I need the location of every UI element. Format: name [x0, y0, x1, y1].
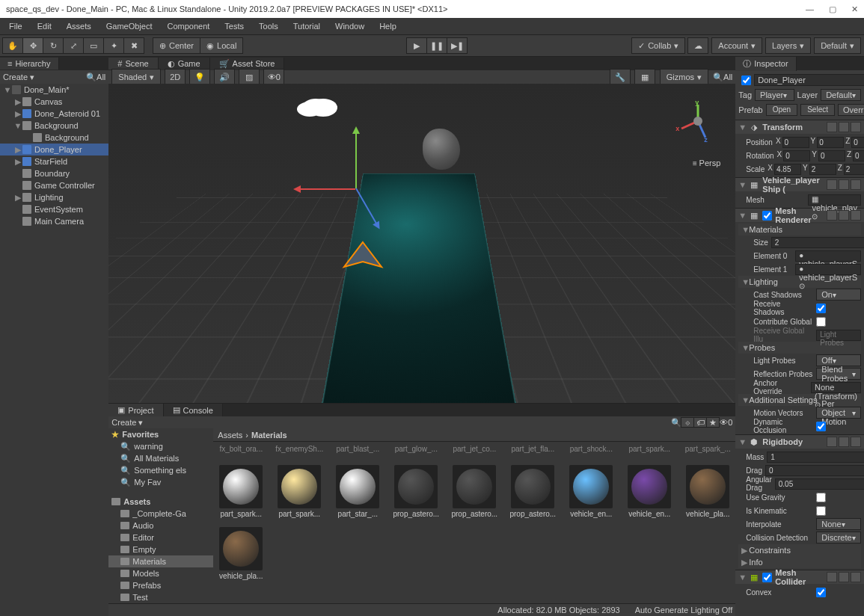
- project-search[interactable]: 🔍: [671, 418, 681, 428]
- rect-tool-button[interactable]: ▭: [83, 37, 104, 54]
- motion-vectors-dropdown[interactable]: Per Object Motion ▾: [816, 407, 861, 419]
- hierarchy-item-lighting[interactable]: ▶Lighting: [0, 191, 108, 203]
- 2d-toggle[interactable]: 2D: [165, 69, 186, 85]
- favorites-header[interactable]: ★Favorites: [108, 428, 213, 440]
- snap-button[interactable]: ▦: [634, 69, 655, 85]
- material-part_spark[interactable]: part_spark...: [216, 465, 266, 518]
- scene-search[interactable]: 🔍All: [713, 73, 732, 82]
- info-subheader[interactable]: ▶Info: [738, 556, 861, 568]
- interpolate-dropdown[interactable]: None ▾: [816, 518, 861, 530]
- menu-help[interactable]: Help: [373, 20, 402, 32]
- transform-docs-icon[interactable]: [827, 122, 837, 132]
- hierarchy-item-boundary[interactable]: Boundary: [0, 167, 108, 179]
- account-dropdown[interactable]: Account▾: [711, 37, 762, 54]
- prefab-open-button[interactable]: Open: [766, 104, 797, 116]
- material-item[interactable]: fx_bolt_ora...: [216, 445, 266, 453]
- cast-shadows-dropdown[interactable]: On ▾: [816, 289, 861, 301]
- meshfilter-header[interactable]: ▼▦ Vehicle_player Ship (: [735, 178, 864, 191]
- anchor-override-field[interactable]: None (Transform) ⊙: [811, 382, 861, 393]
- hierarchy-item-eventsystem[interactable]: EventSystem: [0, 203, 108, 215]
- receive-shadows-checkbox[interactable]: [816, 304, 826, 313]
- folder-prefabs[interactable]: Prefabs: [108, 579, 213, 591]
- hierarchy-tree[interactable]: ▼Done_Main* ▶Canvas▶Done_Asteroid 01▼Bac…: [0, 84, 108, 616]
- folder-audio[interactable]: Audio: [108, 520, 213, 532]
- favorite-all-materials[interactable]: 🔍All Materials: [108, 452, 213, 464]
- folder-models[interactable]: Models: [108, 567, 213, 579]
- maximize-button[interactable]: ▢: [829, 4, 836, 14]
- pos-y-field[interactable]: [817, 137, 844, 148]
- menu-tools[interactable]: Tools: [253, 20, 284, 32]
- reflection-probes-dropdown[interactable]: Blend Probes ▾: [816, 368, 861, 380]
- tab-game[interactable]: ◐ Game: [159, 58, 210, 70]
- shading-mode-dropdown[interactable]: Shaded ▾: [111, 69, 161, 85]
- menu-tests[interactable]: Tests: [218, 20, 250, 32]
- meshcollider-header[interactable]: ▼▦ Mesh Collider: [735, 570, 864, 584]
- rotate-tool-button[interactable]: ↻: [43, 37, 64, 54]
- pivot-local-toggle[interactable]: ◉Local: [200, 37, 243, 54]
- move-tool-button[interactable]: ✥: [22, 37, 43, 54]
- drag-field[interactable]: [765, 465, 864, 476]
- menu-window[interactable]: Window: [329, 20, 370, 32]
- transform-menu-icon[interactable]: [851, 122, 861, 132]
- inspector-panel[interactable]: Static ▾ Tag Player ▾ Layer Default ▾ Pr…: [735, 70, 864, 616]
- material-vehicle_en[interactable]: vehicle_en...: [625, 465, 674, 518]
- player-ship-object[interactable]: [340, 241, 385, 272]
- scale-x-field[interactable]: [774, 164, 801, 175]
- tab-scene[interactable]: # Scene: [108, 58, 158, 70]
- gameobject-name-field[interactable]: [754, 74, 864, 86]
- menu-tutorial[interactable]: Tutorial: [287, 20, 326, 32]
- meshrenderer-header[interactable]: ▼▦ Mesh Renderer: [735, 209, 864, 222]
- material-part_spark[interactable]: part_spark...: [275, 465, 324, 518]
- menu-file[interactable]: File: [3, 20, 28, 32]
- project-create-dropdown[interactable]: Create ▾: [111, 418, 143, 428]
- material-item[interactable]: part_blast_...: [333, 445, 382, 453]
- material-prop_astero[interactable]: prop_astero...: [450, 465, 499, 518]
- tag-dropdown[interactable]: Player ▾: [755, 89, 794, 101]
- materials-subheader[interactable]: ▼Materials: [738, 224, 861, 235]
- hierarchy-item-game-controller[interactable]: Game Controller: [0, 179, 108, 191]
- play-button[interactable]: ▶: [406, 37, 427, 54]
- close-button[interactable]: ✕: [851, 4, 858, 14]
- rot-z-field[interactable]: [853, 150, 864, 161]
- hierarchy-search[interactable]: 🔍All: [86, 73, 105, 82]
- favorite-warning[interactable]: 🔍warning: [108, 440, 213, 452]
- gizmo-y-axis[interactable]: [355, 129, 357, 188]
- project-hidden-count[interactable]: 👁0: [720, 418, 732, 427]
- layers-dropdown[interactable]: Layers▾: [765, 37, 811, 54]
- pos-z-field[interactable]: [851, 137, 864, 148]
- meshrenderer-enabled-checkbox[interactable]: [762, 211, 772, 221]
- material-item[interactable]: fx_enemySh...: [275, 445, 324, 453]
- audio-toggle[interactable]: 🔊: [214, 69, 235, 85]
- materials-size-field[interactable]: [771, 237, 864, 248]
- fx-toggle[interactable]: ▨: [239, 69, 260, 85]
- tab-asset-store[interactable]: 🛒 Asset Store: [210, 58, 285, 70]
- collab-dropdown[interactable]: ✓Collab▾: [631, 37, 685, 54]
- hierarchy-item-done_asteroid-01[interactable]: ▶Done_Asteroid 01: [0, 108, 108, 120]
- prefab-overrides-dropdown[interactable]: Overrides ▾: [838, 104, 864, 116]
- rigidbody-header[interactable]: ▼⬢ Rigidbody: [735, 435, 864, 449]
- project-filter-star-icon[interactable]: ★: [706, 417, 720, 428]
- project-tree[interactable]: ★Favorites 🔍warning🔍All Materials🔍Someth…: [108, 428, 213, 603]
- asteroid-object[interactable]: [423, 129, 460, 170]
- hierarchy-create-dropdown[interactable]: Create ▾: [3, 73, 34, 82]
- menu-gameobject[interactable]: GameObject: [100, 20, 159, 32]
- contribute-gi-checkbox[interactable]: [816, 317, 826, 327]
- project-asset-grid[interactable]: fx_bolt_ora...fx_enemySh...part_blast_..…: [213, 442, 735, 603]
- material-item[interactable]: part_jet_fla...: [508, 445, 557, 453]
- menu-edit[interactable]: Edit: [31, 20, 58, 32]
- transform-header[interactable]: ▼⬗ Transform: [735, 120, 864, 134]
- inspector-tab[interactable]: ⓘ Inspector: [735, 57, 796, 71]
- material-item[interactable]: part_shock...: [566, 445, 616, 453]
- material-item[interactable]: part_spark_...: [683, 445, 732, 453]
- hierarchy-tab[interactable]: ≡ Hierarchy: [0, 58, 59, 70]
- scale-z-field[interactable]: [844, 164, 864, 175]
- mass-field[interactable]: [767, 452, 864, 463]
- hand-tool-button[interactable]: ✋: [2, 37, 23, 54]
- pos-x-field[interactable]: [782, 137, 809, 148]
- tab-console[interactable]: ▤ Console: [164, 404, 223, 416]
- rot-y-field[interactable]: [818, 150, 845, 161]
- material-item[interactable]: part_glow_...: [391, 445, 441, 453]
- persp-label[interactable]: ≡ Persp: [693, 158, 720, 167]
- gizmos-dropdown[interactable]: Gizmos ▾: [660, 69, 708, 85]
- hierarchy-item-done_player[interactable]: ▶Done_Player: [0, 144, 108, 155]
